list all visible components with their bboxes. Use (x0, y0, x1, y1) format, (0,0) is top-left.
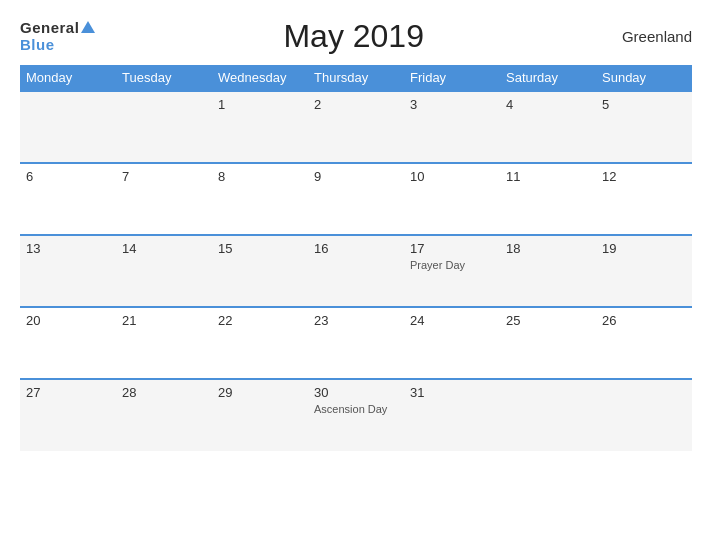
day-number: 29 (218, 385, 302, 400)
day-number: 6 (26, 169, 110, 184)
calendar-cell (20, 91, 116, 163)
calendar-cell: 13 (20, 235, 116, 307)
day-number: 24 (410, 313, 494, 328)
calendar-cell: 22 (212, 307, 308, 379)
day-number: 13 (26, 241, 110, 256)
calendar-cell: 6 (20, 163, 116, 235)
col-monday: Monday (20, 65, 116, 91)
week-row-5: 27282930Ascension Day31 (20, 379, 692, 451)
calendar-cell: 20 (20, 307, 116, 379)
day-number: 25 (506, 313, 590, 328)
calendar-cell: 27 (20, 379, 116, 451)
day-number: 15 (218, 241, 302, 256)
day-number: 19 (602, 241, 686, 256)
calendar-cell: 1 (212, 91, 308, 163)
calendar-cell: 31 (404, 379, 500, 451)
day-number: 12 (602, 169, 686, 184)
region-label: Greenland (612, 28, 692, 45)
event-label: Ascension Day (314, 403, 398, 415)
calendar-page: General Blue May 2019 Greenland Monday T… (0, 0, 712, 550)
logo-text: General (20, 19, 95, 37)
day-number: 14 (122, 241, 206, 256)
calendar-cell: 21 (116, 307, 212, 379)
day-number: 2 (314, 97, 398, 112)
calendar-cell: 4 (500, 91, 596, 163)
calendar-cell: 19 (596, 235, 692, 307)
page-title: May 2019 (95, 18, 612, 55)
calendar-cell (500, 379, 596, 451)
calendar-cell: 26 (596, 307, 692, 379)
calendar-cell: 29 (212, 379, 308, 451)
col-sunday: Sunday (596, 65, 692, 91)
day-number: 7 (122, 169, 206, 184)
calendar-cell: 8 (212, 163, 308, 235)
week-row-3: 1314151617Prayer Day1819 (20, 235, 692, 307)
calendar-cell: 9 (308, 163, 404, 235)
week-row-2: 6789101112 (20, 163, 692, 235)
logo: General Blue (20, 19, 95, 53)
day-number: 5 (602, 97, 686, 112)
page-header: General Blue May 2019 Greenland (20, 18, 692, 55)
calendar-cell: 15 (212, 235, 308, 307)
day-number: 22 (218, 313, 302, 328)
day-number: 16 (314, 241, 398, 256)
calendar-cell: 18 (500, 235, 596, 307)
day-number: 27 (26, 385, 110, 400)
day-number: 23 (314, 313, 398, 328)
logo-triangle-icon (81, 21, 95, 33)
logo-general: General (20, 19, 79, 36)
day-number: 20 (26, 313, 110, 328)
day-number: 3 (410, 97, 494, 112)
calendar-cell: 5 (596, 91, 692, 163)
day-number: 28 (122, 385, 206, 400)
calendar-cell: 12 (596, 163, 692, 235)
calendar-cell: 23 (308, 307, 404, 379)
day-number: 1 (218, 97, 302, 112)
calendar-cell: 16 (308, 235, 404, 307)
calendar-cell: 14 (116, 235, 212, 307)
day-number: 10 (410, 169, 494, 184)
calendar-cell: 24 (404, 307, 500, 379)
weekday-header-row: Monday Tuesday Wednesday Thursday Friday… (20, 65, 692, 91)
day-number: 4 (506, 97, 590, 112)
calendar-cell: 7 (116, 163, 212, 235)
calendar-cell (596, 379, 692, 451)
event-label: Prayer Day (410, 259, 494, 271)
col-friday: Friday (404, 65, 500, 91)
day-number: 30 (314, 385, 398, 400)
col-thursday: Thursday (308, 65, 404, 91)
calendar-cell: 17Prayer Day (404, 235, 500, 307)
week-row-1: 12345 (20, 91, 692, 163)
day-number: 9 (314, 169, 398, 184)
calendar-cell: 11 (500, 163, 596, 235)
calendar-cell: 28 (116, 379, 212, 451)
day-number: 17 (410, 241, 494, 256)
calendar-cell: 2 (308, 91, 404, 163)
week-row-4: 20212223242526 (20, 307, 692, 379)
day-number: 8 (218, 169, 302, 184)
col-wednesday: Wednesday (212, 65, 308, 91)
day-number: 11 (506, 169, 590, 184)
calendar-table: Monday Tuesday Wednesday Thursday Friday… (20, 65, 692, 451)
col-tuesday: Tuesday (116, 65, 212, 91)
calendar-cell: 10 (404, 163, 500, 235)
logo-blue: Blue (20, 37, 95, 54)
day-number: 18 (506, 241, 590, 256)
calendar-cell (116, 91, 212, 163)
day-number: 21 (122, 313, 206, 328)
col-saturday: Saturday (500, 65, 596, 91)
day-number: 26 (602, 313, 686, 328)
day-number: 31 (410, 385, 494, 400)
calendar-cell: 30Ascension Day (308, 379, 404, 451)
calendar-cell: 3 (404, 91, 500, 163)
calendar-cell: 25 (500, 307, 596, 379)
